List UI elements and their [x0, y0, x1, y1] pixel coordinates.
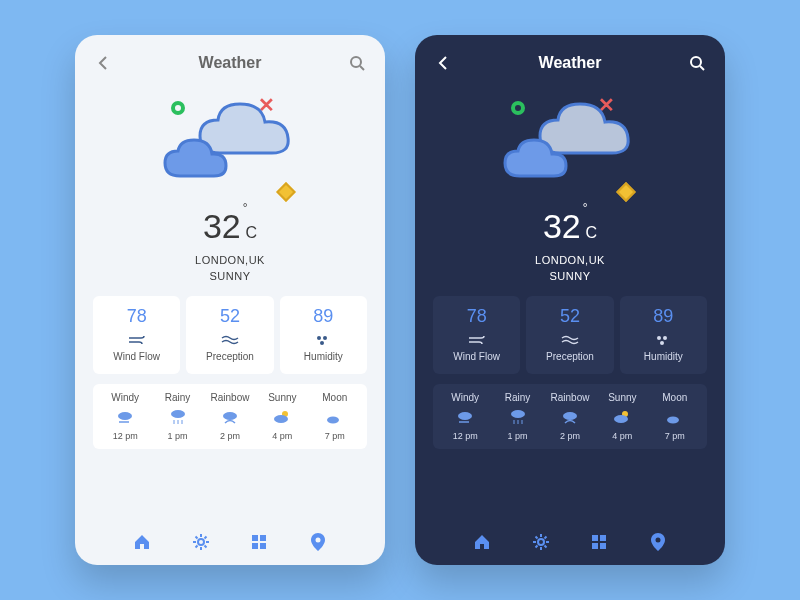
temperature: 32°C: [93, 207, 367, 246]
pin-icon: [311, 533, 325, 551]
svg-rect-37: [592, 543, 598, 549]
forecast-item[interactable]: Rainy 1 pm: [493, 392, 543, 441]
svg-point-33: [667, 417, 679, 424]
forecast-item[interactable]: Rainy 1 pm: [153, 392, 203, 441]
temperature-value: 32: [203, 207, 241, 245]
phone-light: Weather ✕ 32°C LONDON,UK SUNNY 78 Wind F…: [75, 35, 385, 565]
svg-point-6: [171, 410, 185, 418]
chevron-left-icon: [437, 55, 449, 71]
svg-point-20: [691, 57, 701, 67]
stat-humidity: 89 Humidity: [620, 296, 707, 374]
stat-windflow: 78 Wind Flow: [433, 296, 520, 374]
chevron-left-icon: [97, 55, 109, 71]
nav-location[interactable]: [649, 533, 667, 551]
svg-point-2: [317, 336, 321, 340]
forecast-item[interactable]: Sunny 4 pm: [597, 392, 647, 441]
svg-point-14: [198, 539, 204, 545]
temperature-unit: C: [586, 224, 598, 241]
svg-rect-35: [592, 535, 598, 541]
forecast-item[interactable]: Rainbow 2 pm: [205, 392, 255, 441]
svg-point-22: [657, 336, 661, 340]
location-label: LONDON,UK: [93, 254, 367, 266]
stat-windflow: 78 Wind Flow: [93, 296, 180, 374]
stats-row: 78 Wind Flow 52 Preception 89 Humidity: [93, 296, 367, 374]
svg-point-24: [660, 341, 664, 345]
stat-label: Preception: [190, 351, 269, 362]
stat-humidity: 89 Humidity: [280, 296, 367, 374]
stat-value: 52: [530, 306, 609, 327]
nav-settings[interactable]: [192, 533, 210, 551]
location-label: LONDON,UK: [433, 254, 707, 266]
svg-point-4: [320, 341, 324, 345]
svg-rect-17: [252, 543, 258, 549]
wind-icon: [97, 333, 176, 347]
gear-icon: [192, 533, 210, 551]
page-title: Weather: [199, 54, 262, 72]
hero-illustration: ✕: [433, 83, 707, 203]
svg-point-13: [327, 417, 339, 424]
stat-value: 78: [97, 306, 176, 327]
forecast-item[interactable]: Sunny 4 pm: [257, 392, 307, 441]
moon-icon: [650, 407, 700, 427]
topbar: Weather: [433, 53, 707, 73]
hero-illustration: ✕: [93, 83, 367, 203]
nav-home[interactable]: [473, 533, 491, 551]
bottom-nav: [93, 525, 367, 555]
sunny-icon: [597, 407, 647, 427]
forecast-item[interactable]: Windy 12 pm: [100, 392, 150, 441]
rainy-icon: [153, 407, 203, 427]
wind-icon: [437, 333, 516, 347]
forecast-row: Windy 12 pm Rainy 1 pm Rainbow 2 pm Sunn…: [433, 384, 707, 449]
svg-line-1: [360, 66, 364, 70]
nav-location[interactable]: [309, 533, 327, 551]
svg-point-23: [663, 336, 667, 340]
svg-point-32: [614, 415, 628, 423]
svg-rect-16: [260, 535, 266, 541]
svg-point-3: [323, 336, 327, 340]
condition-label: SUNNY: [433, 270, 707, 282]
nav-home[interactable]: [133, 533, 151, 551]
nav-settings[interactable]: [532, 533, 550, 551]
nav-grid[interactable]: [250, 533, 268, 551]
forecast-item[interactable]: Rainbow 2 pm: [545, 392, 595, 441]
stat-label: Humidity: [284, 351, 363, 362]
svg-rect-36: [600, 535, 606, 541]
sunny-icon: [257, 407, 307, 427]
cloud-small-icon: [160, 136, 230, 182]
drops-icon: [284, 333, 363, 347]
forecast-item[interactable]: Windy 12 pm: [440, 392, 490, 441]
back-button[interactable]: [433, 53, 453, 73]
svg-rect-18: [260, 543, 266, 549]
home-icon: [133, 533, 151, 551]
page-title: Weather: [539, 54, 602, 72]
stat-label: Wind Flow: [437, 351, 516, 362]
condition-label: SUNNY: [93, 270, 367, 282]
waves-icon: [190, 333, 269, 347]
moon-icon: [310, 407, 360, 427]
svg-point-5: [118, 412, 132, 420]
search-button[interactable]: [347, 53, 367, 73]
svg-point-26: [511, 410, 525, 418]
forecast-item[interactable]: Moon 7 pm: [310, 392, 360, 441]
svg-point-12: [274, 415, 288, 423]
stat-preception: 52 Preception: [186, 296, 273, 374]
forecast-row: Windy 12 pm Rainy 1 pm Rainbow 2 pm Sunn…: [93, 384, 367, 449]
pin-icon: [651, 533, 665, 551]
forecast-item[interactable]: Moon 7 pm: [650, 392, 700, 441]
search-icon: [349, 55, 365, 71]
home-icon: [473, 533, 491, 551]
stat-label: Preception: [530, 351, 609, 362]
svg-point-10: [223, 412, 237, 420]
svg-point-39: [655, 538, 660, 543]
stat-value: 89: [284, 306, 363, 327]
nav-grid[interactable]: [590, 533, 608, 551]
rainbow-icon: [205, 407, 255, 427]
topbar: Weather: [93, 53, 367, 73]
temperature-value: 32: [543, 207, 581, 245]
search-button[interactable]: [687, 53, 707, 73]
svg-rect-15: [252, 535, 258, 541]
drops-icon: [624, 333, 703, 347]
back-button[interactable]: [93, 53, 113, 73]
stat-preception: 52 Preception: [526, 296, 613, 374]
svg-rect-38: [600, 543, 606, 549]
